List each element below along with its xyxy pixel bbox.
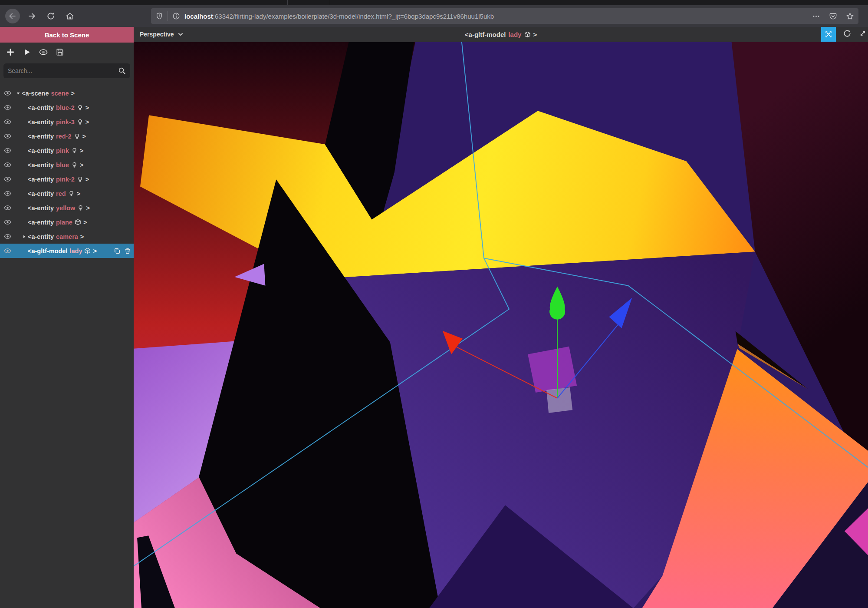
add-entity-icon[interactable] — [6, 48, 15, 56]
tree-row-red[interactable]: <a-entityred> — [0, 186, 134, 201]
visibility-eye-icon[interactable] — [0, 247, 15, 254]
scene-tree: <a-scenescene><a-entityblue-2><a-entityp… — [0, 86, 134, 258]
chevron-down-icon — [178, 31, 184, 37]
tree-row-label: <a-entityred> — [28, 190, 80, 197]
entity-id: blue — [56, 162, 69, 169]
entity-tag: <a-gltf-model — [28, 248, 67, 254]
entity-tag: <a-entity — [28, 219, 54, 226]
visibility-eye-icon[interactable] — [0, 147, 15, 154]
url-path: :63342/flirting-lady/examples/boilerplat… — [213, 13, 494, 20]
tree-row-red-2[interactable]: <a-entityred-2> — [0, 129, 134, 143]
tree-row-pink-2[interactable]: <a-entitypink-2> — [0, 172, 134, 186]
entity-id: red-2 — [56, 133, 71, 140]
entity-id: scene — [51, 90, 69, 97]
entity-tag: <a-entity — [28, 133, 54, 140]
save-html-icon[interactable] — [56, 48, 64, 56]
tree-row-pink-3[interactable]: <a-entitypink-3> — [0, 115, 134, 129]
tree-row-label: <a-entitypink-2> — [28, 176, 89, 183]
cube-icon — [524, 31, 530, 38]
3d-viewport[interactable] — [134, 42, 868, 608]
play-scene-icon[interactable] — [23, 48, 31, 56]
visibility-eye-icon[interactable] — [0, 118, 15, 126]
entity-id: camera — [56, 233, 78, 240]
home-button[interactable] — [62, 9, 77, 23]
entity-close-bracket: > — [83, 219, 87, 226]
tree-row-label: <a-entityplane> — [28, 219, 87, 226]
reload-button[interactable] — [43, 9, 58, 23]
visibility-eye-icon[interactable] — [0, 190, 15, 197]
search-icon — [118, 67, 126, 75]
gizmo-plane-handle[interactable] — [528, 347, 577, 393]
entity-close-bracket: > — [85, 176, 89, 183]
visibility-eye-icon[interactable] — [0, 104, 15, 111]
tree-row-label: <a-scenescene> — [22, 90, 75, 97]
entity-close-bracket: > — [77, 190, 80, 197]
tree-row-label: <a-entitycamera> — [28, 233, 84, 240]
3d-scene-render — [134, 42, 868, 608]
back-button[interactable] — [5, 9, 20, 23]
reload-scene-button[interactable] — [843, 29, 852, 40]
entity-tag: <a-entity — [28, 119, 54, 126]
entity-tag: <a-entity — [28, 176, 54, 183]
light-bulb-icon — [77, 176, 83, 182]
page-actions-icon[interactable] — [812, 12, 820, 20]
url-text[interactable]: localhost:63342/flirting-lady/examples/b… — [184, 13, 812, 20]
visibility-eye-icon[interactable] — [0, 233, 15, 240]
tree-row-camera[interactable]: <a-entitycamera> — [0, 229, 134, 244]
tree-row-blue[interactable]: <a-entityblue> — [0, 158, 134, 172]
collapse-caret-icon[interactable] — [15, 91, 22, 96]
entity-tag: <a-entity — [28, 104, 54, 111]
back-to-scene-button[interactable]: Back to Scene — [0, 27, 134, 43]
tree-row-plane[interactable]: <a-entityplane> — [0, 215, 134, 229]
entity-id: lady — [69, 248, 82, 254]
search-input[interactable] — [8, 67, 118, 74]
site-info-icon[interactable] — [172, 12, 180, 20]
browser-toolbar: localhost:63342/flirting-lady/examples/b… — [0, 5, 868, 27]
visibility-eye-icon[interactable] — [0, 89, 15, 97]
camera-mode-select[interactable]: Perspective — [140, 31, 184, 38]
tab-separator — [287, 0, 288, 5]
gizmo-center-handle[interactable] — [546, 387, 572, 413]
expand-caret-icon[interactable] — [21, 235, 28, 239]
viewport-panel: Perspective <a-gltf-model lady > — [134, 27, 868, 608]
light-bulb-icon — [77, 104, 83, 111]
diagonal-expand-icon — [858, 29, 867, 38]
tree-row-yellow[interactable]: <a-entityyellow> — [0, 201, 134, 215]
entity-close-bracket: > — [93, 248, 96, 254]
entity-id: red — [56, 190, 66, 197]
url-bar[interactable]: localhost:63342/flirting-lady/examples/b… — [151, 8, 858, 24]
entity-tag: <a-entity — [28, 205, 54, 211]
tab-strip — [0, 0, 868, 5]
visibility-eye-icon[interactable] — [0, 161, 15, 169]
tree-row-blue-2[interactable]: <a-entityblue-2> — [0, 100, 134, 115]
bookmark-star-icon[interactable] — [846, 12, 854, 20]
visibility-eye-icon[interactable] — [0, 132, 15, 140]
entity-tag: <a-entity — [28, 233, 54, 240]
selected-entity-close: > — [533, 31, 537, 38]
aframe-inspector: Back to Scene <a-scenescene><a-entityblu… — [0, 27, 868, 608]
fullscreen-button[interactable] — [821, 27, 836, 42]
entity-id: pink — [56, 147, 69, 154]
pocket-icon[interactable] — [829, 12, 837, 20]
expand-viewport-button[interactable] — [858, 29, 867, 40]
tree-row-pink[interactable]: <a-entitypink> — [0, 143, 134, 158]
refresh-icon — [843, 29, 852, 38]
camera-mode-label: Perspective — [140, 31, 174, 38]
light-bulb-icon — [71, 162, 78, 168]
tree-row-lady[interactable]: <a-gltf-modellady> — [0, 244, 134, 258]
visibility-eye-icon[interactable] — [0, 204, 15, 211]
visibility-eye-icon[interactable] — [0, 175, 15, 183]
tree-row-scene[interactable]: <a-scenescene> — [0, 86, 134, 100]
search-box[interactable] — [3, 63, 130, 78]
tree-row-label: <a-entityblue-2> — [28, 104, 89, 111]
selected-entity-title: <a-gltf-model lady > — [465, 31, 537, 38]
tracking-shield-icon[interactable] — [155, 12, 163, 20]
light-bulb-icon — [71, 147, 78, 154]
clone-entity-icon[interactable] — [114, 248, 121, 254]
visibility-eye-icon[interactable] — [0, 218, 15, 226]
tab-separator — [330, 0, 330, 5]
forward-button[interactable] — [24, 9, 39, 23]
entity-close-bracket: > — [80, 147, 83, 154]
gltf-export-icon[interactable] — [39, 48, 48, 56]
delete-entity-icon[interactable] — [124, 248, 131, 254]
